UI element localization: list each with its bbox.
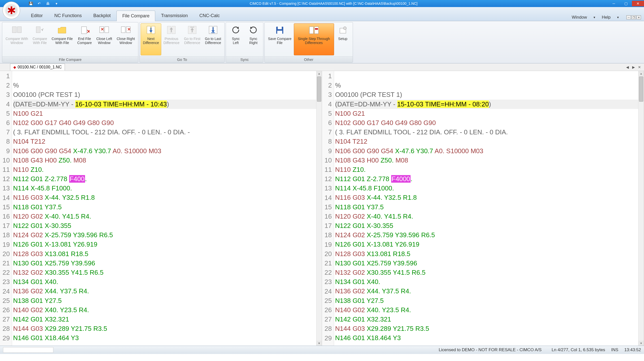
menu-help[interactable]: Help — [600, 14, 613, 21]
ribbon-group-other: Save CompareFile Single Step ThroughDiff… — [264, 22, 353, 63]
arrow-bottom-icon — [208, 25, 219, 36]
window-title: CIMCO Edit v7.5 - Comparing [C:\NC-Data\… — [59, 2, 608, 6]
close-left-window-button[interactable]: ✕ Close LeftWindow — [94, 23, 114, 55]
qat-dropdown-icon[interactable]: ▾ — [53, 1, 59, 6]
compare-with-file-button[interactable]: CompareWith File — [30, 23, 49, 55]
svg-rect-12 — [151, 26, 155, 34]
svg-rect-6 — [105, 27, 109, 33]
close-button[interactable]: ✕ — [632, 1, 644, 6]
sync-left-icon — [230, 25, 241, 36]
sync-right-icon — [248, 25, 259, 36]
tab-nc-functions[interactable]: NC Functions — [49, 10, 88, 21]
svg-text:✕: ✕ — [127, 27, 131, 31]
scroll-up-icon[interactable]: ▲ — [638, 71, 644, 76]
svg-rect-22 — [278, 27, 282, 29]
svg-rect-3 — [82, 27, 87, 34]
single-step-through-differences-button[interactable]: Single Step ThroughDifferences — [294, 23, 334, 55]
title-bar: 💾 ↶ 🖶 ▾ CIMCO Edit v7.5 - Comparing [C:\… — [0, 0, 644, 7]
tab-next-icon[interactable]: ▶ — [631, 65, 636, 70]
arrow-up-icon — [166, 25, 177, 36]
chevron-down-icon: ▼ — [615, 15, 621, 20]
tab-backplot[interactable]: Backplot — [88, 10, 116, 21]
window-icon — [11, 25, 22, 36]
folder-icon — [57, 25, 68, 36]
previous-difference-button[interactable]: PreviousDifference — [161, 23, 182, 55]
menu-window[interactable]: Window — [570, 14, 589, 21]
svg-rect-24 — [309, 27, 313, 34]
ribbon-group-label: Sync — [226, 56, 263, 62]
close-left-icon: ✕ — [99, 25, 110, 36]
left-pane: 1234567891011121314151617181920212223242… — [0, 71, 322, 346]
document-tab[interactable]: ◆ 00100.NC / 00100_1.NC — [10, 64, 65, 70]
mdi-minimize-icon[interactable]: ─ — [626, 15, 631, 19]
right-code[interactable]: %O00100 (PCR TEST 1)(DATE=DD-MM-YY - 15-… — [334, 71, 638, 346]
svg-rect-13 — [167, 26, 171, 34]
svg-rect-26 — [315, 28, 318, 30]
go-to-last-difference-button[interactable]: Go to LastDifference — [203, 23, 224, 55]
next-difference-button[interactable]: NextDifference — [141, 23, 161, 55]
svg-rect-25 — [314, 27, 318, 34]
mdi-restore-icon[interactable]: ❐ — [631, 15, 636, 19]
tab-transmission[interactable]: Transmission — [155, 10, 193, 21]
file-icon — [34, 25, 45, 36]
status-progress — [3, 347, 53, 353]
maximize-button[interactable]: ▢ — [620, 1, 632, 6]
tab-editor[interactable]: Editor — [25, 10, 49, 21]
svg-rect-0 — [12, 27, 16, 33]
close-right-icon: ✕ — [120, 25, 131, 36]
save-compare-file-button[interactable]: Save CompareFile — [266, 23, 294, 55]
status-position: Ln 4/277, Col 1, 6.535 bytes — [552, 347, 605, 352]
svg-rect-11 — [147, 26, 150, 34]
app-icon[interactable]: ✱ — [3, 2, 20, 19]
ribbon-group-label: File Compare — [2, 56, 138, 62]
compare-with-window-button[interactable]: Compare WithWindow — [3, 23, 30, 55]
svg-rect-8 — [121, 27, 125, 33]
arrow-top-icon — [187, 25, 198, 36]
svg-point-28 — [343, 27, 346, 30]
end-file-compare-button[interactable]: ✕ End FileCompare — [75, 23, 94, 55]
document-tab-label: 00100.NC / 00100_1.NC — [18, 65, 62, 69]
sync-left-button[interactable]: SyncLeft — [227, 23, 245, 55]
ribbon-group-label: Go To — [140, 56, 224, 62]
doc-icon: ◆ — [13, 65, 16, 69]
qat-save-icon[interactable]: 💾 — [28, 1, 34, 6]
file-x-icon: ✕ — [79, 25, 90, 36]
status-bar: Licensed to DEMO - NOT FOR RESALE - CIMC… — [0, 346, 644, 354]
status-time: 13:43:52 — [624, 347, 641, 352]
editor-area: 1234567891011121314151617181920212223242… — [0, 71, 644, 346]
svg-text:✕: ✕ — [87, 29, 90, 34]
scroll-up-icon[interactable]: ▲ — [316, 71, 322, 76]
document-tabs: ◆ 00100.NC / 00100_1.NC ◀ ▶ ✕ — [0, 63, 644, 71]
qat-undo-icon[interactable]: ↶ — [36, 1, 42, 6]
svg-rect-23 — [277, 31, 282, 34]
status-license: Licensed to DEMO - NOT FOR RESALE - CIMC… — [53, 347, 552, 352]
sync-right-button[interactable]: SyncRight — [245, 23, 262, 55]
tab-file-compare[interactable]: File Compare — [116, 11, 155, 21]
save-icon — [274, 25, 285, 36]
compare-file-with-file-button[interactable]: Compare FileWith File — [49, 23, 75, 55]
right-pane: 1234567891011121314151617181920212223242… — [322, 71, 644, 346]
tab-prev-icon[interactable]: ◀ — [625, 65, 630, 70]
scroll-thumb[interactable] — [639, 76, 643, 102]
ribbon-group-sync: SyncLeft SyncRight Sync — [226, 22, 263, 63]
left-scrollbar[interactable]: ▲ ▼ — [316, 71, 322, 346]
close-right-window-button[interactable]: ✕ Close RightWindow — [114, 23, 137, 55]
minimize-button[interactable]: ─ — [608, 1, 620, 6]
scroll-thumb[interactable] — [317, 76, 321, 102]
qat-print-icon[interactable]: 🖶 — [45, 1, 51, 6]
arrow-down-icon — [145, 25, 156, 36]
svg-rect-2 — [36, 27, 40, 33]
scroll-down-icon[interactable]: ▼ — [316, 341, 322, 346]
left-code[interactable]: %O00100 (PCR TEST 1)(DATE=DD-MM-YY - 16-… — [12, 71, 316, 346]
mdi-close-icon[interactable]: ✕ — [636, 15, 641, 19]
scroll-down-icon[interactable]: ▼ — [638, 341, 644, 346]
svg-text:✕: ✕ — [101, 27, 104, 31]
ribbon-group-label: Other — [265, 56, 352, 62]
ribbon-tabs: Editor NC Functions Backplot File Compar… — [0, 7, 644, 21]
tab-close-icon[interactable]: ✕ — [637, 65, 642, 70]
chevron-down-icon: ▼ — [591, 15, 598, 20]
go-to-first-difference-button[interactable]: Go to FirstDifference — [182, 23, 203, 55]
right-scrollbar[interactable]: ▲ ▼ — [638, 71, 644, 346]
setup-button[interactable]: Setup — [334, 23, 352, 55]
tab-cnc-calc[interactable]: CNC-Calc — [194, 10, 226, 21]
